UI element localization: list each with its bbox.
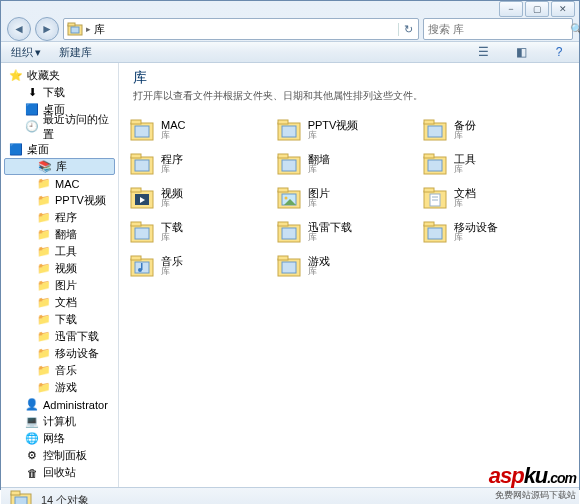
library-icon: [422, 151, 448, 177]
sidebar-item-lib-6[interactable]: 📁图片: [1, 277, 118, 294]
sidebar-item-lib-4[interactable]: 📁工具: [1, 243, 118, 260]
sidebar-item-library[interactable]: 📚库: [4, 158, 115, 175]
sidebar-item-lib-11[interactable]: 📁音乐: [1, 362, 118, 379]
svg-rect-13: [131, 154, 141, 158]
sidebar-desktop[interactable]: 🟦桌面: [1, 141, 118, 158]
sidebar-item-recycle[interactable]: 🗑回收站: [1, 464, 118, 481]
svg-rect-45: [131, 256, 141, 260]
library-item-9[interactable]: 下载库: [129, 215, 276, 249]
sidebar-item-lib-9[interactable]: 📁迅雷下载: [1, 328, 118, 345]
address-arrow: ▸: [86, 24, 91, 34]
library-icon: [129, 253, 155, 279]
library-sub-icon: 📁: [37, 177, 51, 191]
sidebar-item-lib-1[interactable]: 📁PPTV视频: [1, 192, 118, 209]
nav-bar: ◄ ► ▸ 库 ↻ 🔍: [1, 17, 579, 41]
organize-menu[interactable]: 组织 ▾: [11, 45, 41, 60]
sidebar-item-lib-10[interactable]: 📁移动设备: [1, 345, 118, 362]
sidebar-item-lib-12[interactable]: 📁游戏: [1, 379, 118, 396]
back-button[interactable]: ◄: [7, 17, 31, 41]
library-item-4[interactable]: 翻墙库: [276, 147, 423, 181]
library-item-3[interactable]: 程序库: [129, 147, 276, 181]
library-item-13[interactable]: 游戏库: [276, 249, 423, 283]
svg-rect-19: [424, 154, 434, 158]
sidebar-item-lib-3[interactable]: 📁翻墙: [1, 226, 118, 243]
minimize-button[interactable]: −: [499, 1, 523, 17]
library-item-5[interactable]: 工具库: [422, 147, 569, 181]
sidebar-item-lib-7[interactable]: 📁文档: [1, 294, 118, 311]
sidebar-item-admin[interactable]: 👤Administrator: [1, 396, 118, 413]
library-sub-icon: 📁: [37, 313, 51, 327]
library-icon: [422, 185, 448, 211]
item-sub: 库: [308, 267, 330, 277]
library-sub-icon: 📁: [37, 194, 51, 208]
close-button[interactable]: ✕: [551, 1, 575, 17]
library-item-7[interactable]: 图片库: [276, 181, 423, 215]
control-icon: ⚙: [25, 449, 39, 463]
library-sub-icon: 📁: [37, 262, 51, 276]
header-block: 库 打开库以查看文件并根据文件夹、日期和其他属性排列这些文件。: [119, 63, 579, 109]
sidebar: ⭐收藏夹 ⬇下载 🟦桌面 🕘最近访问的位置 🟦桌面 📚库 📁MAC📁PPTV视频…: [1, 63, 119, 487]
address-bar[interactable]: ▸ 库 ↻: [63, 18, 419, 40]
main-pane: 库 打开库以查看文件并根据文件夹、日期和其他属性排列这些文件。 MAC库PPTV…: [119, 63, 579, 487]
library-icon: [422, 219, 448, 245]
svg-rect-51: [282, 262, 296, 273]
search-input[interactable]: [424, 23, 570, 35]
library-icon: [276, 219, 302, 245]
star-icon: ⭐: [9, 69, 23, 83]
svg-rect-20: [428, 160, 442, 171]
download-icon: ⬇: [25, 86, 39, 100]
body: ⭐收藏夹 ⬇下载 🟦桌面 🕘最近访问的位置 🟦桌面 📚库 📁MAC📁PPTV视频…: [1, 63, 579, 487]
library-icon: [276, 117, 302, 143]
sidebar-item-lib-2[interactable]: 📁程序: [1, 209, 118, 226]
explorer-window: − ▢ ✕ ◄ ► ▸ 库 ↻ 🔍 组织 ▾ 新建库 ☰ ◧ ? ⭐收藏夹: [0, 0, 580, 490]
computer-icon: 💻: [25, 415, 39, 429]
library-sub-icon: 📁: [37, 228, 51, 242]
items-grid: MAC库PPTV视频库备份库程序库翻墙库工具库视频库图片库文档库下载库迅雷下载库…: [119, 109, 579, 487]
library-item-0[interactable]: MAC库: [129, 113, 276, 147]
item-sub: 库: [161, 131, 185, 141]
sidebar-item-lib-5[interactable]: 📁视频: [1, 260, 118, 277]
library-icon: [276, 253, 302, 279]
forward-button[interactable]: ►: [35, 17, 59, 41]
svg-rect-54: [15, 497, 27, 504]
svg-rect-50: [278, 256, 288, 260]
sidebar-item-recent[interactable]: 🕘最近访问的位置: [1, 118, 118, 135]
library-item-12[interactable]: 音乐库: [129, 249, 276, 283]
library-item-11[interactable]: 移动设备库: [422, 215, 569, 249]
maximize-button[interactable]: ▢: [525, 1, 549, 17]
library-item-10[interactable]: 迅雷下载库: [276, 215, 423, 249]
item-sub: 库: [454, 233, 498, 243]
view-mode-icon[interactable]: ☰: [473, 42, 493, 62]
svg-rect-10: [424, 120, 434, 124]
library-sub-icon: 📁: [37, 279, 51, 293]
library-sub-icon: 📁: [37, 381, 51, 395]
sidebar-favorites[interactable]: ⭐收藏夹: [1, 67, 118, 84]
library-item-6[interactable]: 视频库: [129, 181, 276, 215]
watermark: aspku.com 免费网站源码下载站: [489, 463, 576, 502]
sidebar-item-lib-8[interactable]: 📁下载: [1, 311, 118, 328]
library-icon: [129, 151, 155, 177]
sidebar-item-control[interactable]: ⚙控制面板: [1, 447, 118, 464]
sidebar-item-lib-0[interactable]: 📁MAC: [1, 175, 118, 192]
help-icon[interactable]: ?: [549, 42, 569, 62]
library-item-8[interactable]: 文档库: [422, 181, 569, 215]
item-sub: 库: [454, 199, 476, 209]
library-icon: [276, 151, 302, 177]
svg-rect-37: [135, 228, 149, 239]
library-item-1[interactable]: PPTV视频库: [276, 113, 423, 147]
item-sub: 库: [161, 199, 183, 209]
sidebar-item-downloads[interactable]: ⬇下载: [1, 84, 118, 101]
refresh-button[interactable]: ↻: [398, 23, 418, 36]
item-sub: 库: [161, 233, 183, 243]
item-sub: 库: [161, 267, 183, 277]
item-sub: 库: [454, 165, 476, 175]
svg-rect-17: [282, 160, 296, 171]
library-icon: [129, 185, 155, 211]
new-library-button[interactable]: 新建库: [59, 45, 92, 60]
search-box[interactable]: 🔍: [423, 18, 573, 40]
library-item-2[interactable]: 备份库: [422, 113, 569, 147]
sidebar-item-network[interactable]: 🌐网络: [1, 430, 118, 447]
sidebar-item-computer[interactable]: 💻计算机: [1, 413, 118, 430]
preview-pane-icon[interactable]: ◧: [511, 42, 531, 62]
user-icon: 👤: [25, 398, 39, 412]
